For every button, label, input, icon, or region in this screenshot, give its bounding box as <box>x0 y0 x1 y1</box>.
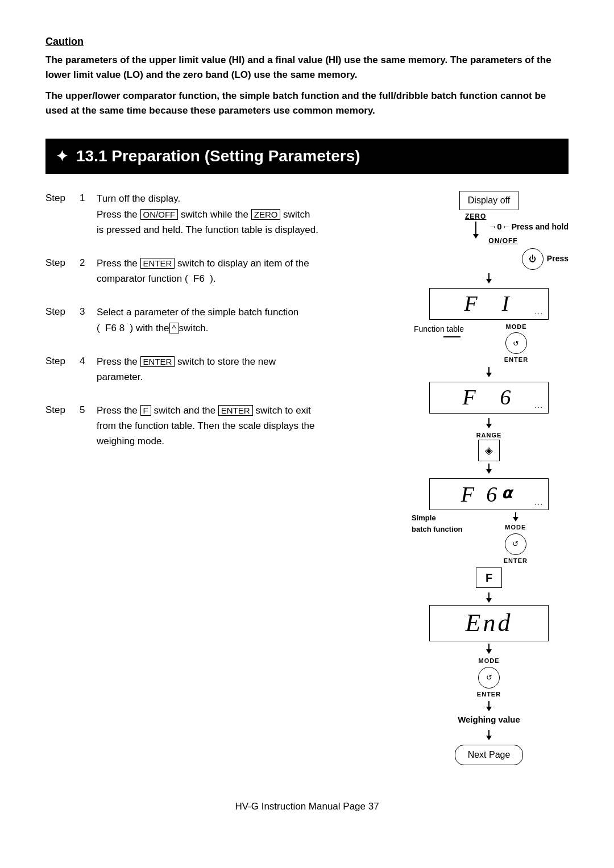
footer-text: HV-G Instruction Manual Page 37 <box>235 801 379 812</box>
caution-para2: The upper/lower comparator function, the… <box>45 89 569 119</box>
f-button: F <box>476 567 502 588</box>
press-hold-row: →0← Press and hold <box>488 220 569 233</box>
step-3-num: 3 <box>80 304 97 319</box>
next-page-box[interactable]: Next Page <box>455 745 524 765</box>
zero-label: ZERO <box>465 211 486 222</box>
mode-button1: ↺ <box>505 332 527 354</box>
range-button: ◈ <box>478 440 500 461</box>
function-table-col: Function table <box>409 322 464 337</box>
step-5-num: 5 <box>80 403 97 418</box>
step-1-label: Step <box>45 191 80 206</box>
footer: HV-G Instruction Manual Page 37 <box>45 799 569 814</box>
mode-label3: MODE <box>479 656 500 666</box>
range-label: RANGE <box>476 431 502 440</box>
step-3-row: Step 3 Select a parameter of the simple … <box>45 304 392 335</box>
step-2-num: 2 <box>80 256 97 270</box>
arrow3 <box>486 418 492 428</box>
enter-label1: ENTER <box>504 355 528 365</box>
step-3-label: Step <box>45 304 80 319</box>
steps-column: Step 1 Turn off the display. Press the O… <box>45 191 409 765</box>
step-2-row: Step 2 Press the ENTER switch to display… <box>45 256 392 286</box>
step-5-label: Step <box>45 403 80 418</box>
step-1-row: Step 1 Turn off the display. Press the O… <box>45 191 392 237</box>
content-area: Step 1 Turn off the display. Press the O… <box>45 191 569 765</box>
zero-arrow-col: ZERO <box>465 211 486 239</box>
mode-enter-col1: MODE ↺ ENTER <box>464 322 569 365</box>
zero-press-hold-row: ZERO →0← Press and hold ON/OFF <box>409 211 569 246</box>
step-1-text: Turn off the display. Press the ON/OFF s… <box>97 191 318 237</box>
step-4-text: Press the ENTER switch to store the new … <box>97 354 276 385</box>
f-switch-ref: F <box>140 405 151 416</box>
mode-label1: MODE <box>505 322 526 332</box>
enter-switch-ref-5: ENTER <box>218 405 253 416</box>
section-header: ✦ 13.1 Preparation (Setting Parameters) <box>45 139 569 174</box>
caution-section: Caution The parameters of the upper limi… <box>45 34 569 118</box>
onoff-switch-ref: ON/OFF <box>140 209 179 220</box>
arrow4 <box>486 464 492 474</box>
f-button-row: F <box>409 567 569 588</box>
function-table-arrow <box>409 336 460 337</box>
arrow7 <box>486 644 492 654</box>
arrow2 <box>486 367 492 377</box>
function-table-row: Function table MODE ↺ ENTER <box>409 322 569 365</box>
mode-button2: ↺ <box>505 533 526 555</box>
step-3-text: Select a parameter of the simple batch f… <box>97 304 298 335</box>
diagram-wrapper: Display off ZERO →0← Press and hold <box>409 191 569 765</box>
step-4-num: 4 <box>80 354 97 369</box>
display-f68: F 6 𝝰 ... <box>429 478 549 510</box>
press-label: Press <box>547 253 569 265</box>
press-hold-text: Press and hold <box>512 221 569 233</box>
zero-switch-ref: ZERO <box>251 209 281 220</box>
simple-label: Simple <box>412 512 436 524</box>
display-f6: F 6 ... <box>429 382 549 414</box>
section-number: 13.1 <box>76 144 107 168</box>
display-fi: F I ... <box>429 288 549 320</box>
power-button: ⏻ <box>522 248 544 270</box>
arrow6 <box>486 592 492 603</box>
mode-button3: ↺ <box>478 667 500 688</box>
caution-para1: The parameters of the upper limit value … <box>45 53 569 83</box>
press-row: ⏻ Press <box>409 247 569 271</box>
display-off-box: Display off <box>459 191 518 210</box>
simple-batch-col: Simple batch function <box>412 512 463 535</box>
step-2-text: Press the ENTER switch to display an ite… <box>97 256 309 286</box>
section-title: Preparation (Setting Parameters) <box>111 144 360 168</box>
arrow-zero <box>473 222 479 239</box>
weighing-value-label: Weighing value <box>458 713 520 727</box>
arrow9 <box>486 730 492 740</box>
batch-function-label: batch function <box>412 524 463 535</box>
arrow1 <box>486 273 492 283</box>
step-4-row: Step 4 Press the ENTER switch to store t… <box>45 354 392 385</box>
function-table-label: Function table <box>414 323 464 335</box>
simple-batch-row: Simple batch function MODE ↺ ENTER <box>409 512 569 565</box>
enter-label3: ENTER <box>477 690 501 699</box>
mode-enter-col2: MODE ↺ ENTER <box>463 512 569 565</box>
enter-switch-ref-2: ENTER <box>140 258 175 269</box>
enter-switch-ref-4: ENTER <box>140 356 175 367</box>
section-icon: ✦ <box>56 145 68 168</box>
mode-label2: MODE <box>505 523 526 532</box>
on-off-label: ON/OFF <box>488 236 517 246</box>
caution-title: Caution <box>45 34 569 49</box>
mode-enter-section3: MODE ↺ ENTER <box>477 656 501 699</box>
step-5-row: Step 5 Press the F switch and the ENTER … <box>45 403 392 449</box>
range-section: RANGE ◈ <box>476 431 502 462</box>
step-1-num: 1 <box>80 191 97 206</box>
arrow8 <box>486 701 492 711</box>
press-hold-col: →0← Press and hold ON/OFF <box>488 219 569 246</box>
caret-switch-ref: ^ <box>169 323 179 333</box>
step-5-text: Press the F switch and the ENTER switch … <box>97 403 314 449</box>
step-2-label: Step <box>45 256 80 270</box>
diagram-column: Display off ZERO →0← Press and hold <box>409 191 569 765</box>
end-display: End <box>429 605 549 641</box>
arrow5-inner <box>513 512 518 521</box>
enter-label2: ENTER <box>504 556 528 566</box>
step-4-label: Step <box>45 354 80 369</box>
